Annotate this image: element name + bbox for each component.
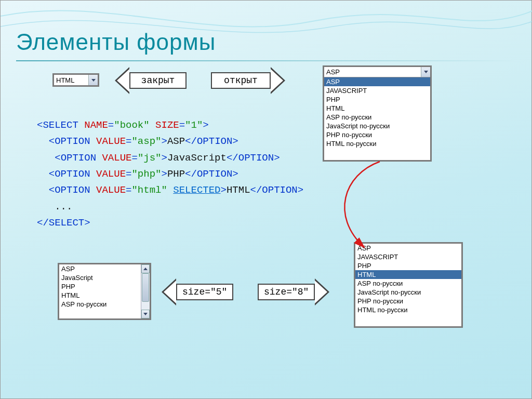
- list-item[interactable]: PHP: [355, 261, 461, 270]
- list-item[interactable]: HTML: [324, 104, 430, 113]
- arrow-left-icon: [115, 67, 129, 94]
- listbox-size5[interactable]: ASP JavaScript PHP HTML ASP по-русски: [58, 263, 151, 320]
- list-item[interactable]: JAVASCRIPT: [355, 252, 461, 261]
- chevron-down-icon[interactable]: [421, 67, 430, 77]
- scrollbar-thumb[interactable]: [142, 273, 149, 302]
- list-item[interactable]: ASP: [59, 264, 141, 273]
- code-block: <select name="book" size="1"> <option va…: [37, 117, 303, 231]
- arrow-closed-label: закрыт: [129, 72, 187, 89]
- list-item[interactable]: ASP по-русски: [324, 113, 430, 122]
- arrow-left-icon: [162, 278, 176, 305]
- list-item[interactable]: JavaScript: [59, 273, 141, 282]
- list-item[interactable]: PHP: [324, 95, 430, 104]
- slide: Элементы формы HTML закрыт открыт ASP: [0, 0, 532, 399]
- listbox-size8[interactable]: ASP JAVASCRIPT PHP HTML ASP по-русски Ja…: [354, 242, 463, 328]
- list-item[interactable]: JavaScript по-русски: [324, 122, 430, 130]
- list-item[interactable]: PHP по-русски: [324, 130, 430, 139]
- chevron-down-icon[interactable]: [88, 75, 98, 85]
- list-item[interactable]: JAVASCRIPT: [324, 86, 430, 95]
- list-item[interactable]: HTML: [355, 270, 461, 279]
- listbox-size5-options: ASP JavaScript PHP HTML ASP по-русски: [59, 264, 141, 318]
- arrow-open-label: открыт: [211, 72, 271, 89]
- scrollbar[interactable]: [141, 264, 150, 318]
- listbox-open-header: ASP: [324, 67, 421, 77]
- dropdown-closed[interactable]: HTML: [52, 73, 99, 87]
- red-arrow-annotation: [323, 159, 468, 252]
- list-item[interactable]: HTML по-русски: [355, 305, 461, 314]
- arrow-right-icon: [315, 278, 329, 305]
- list-item[interactable]: ASP по-русски: [59, 300, 141, 309]
- scroll-down-icon[interactable]: [141, 310, 150, 318]
- dropdown-closed-value: HTML: [54, 76, 88, 84]
- arrow-closed: закрыт: [115, 67, 187, 94]
- list-item[interactable]: PHP: [59, 282, 141, 291]
- arrow-size8-label: size="8": [258, 284, 315, 300]
- arrow-size5-label: size="5": [176, 284, 233, 300]
- list-item[interactable]: HTML по-русски: [324, 139, 430, 148]
- title-underline: [16, 60, 516, 61]
- listbox-open-options: ASP JAVASCRIPT PHP HTML ASP по-русски Ja…: [324, 77, 430, 160]
- content-area: HTML закрыт открыт ASP ASP JAVASCRIPT PH…: [32, 68, 500, 378]
- page-title: Элементы формы: [16, 29, 216, 55]
- arrow-size5: size="5": [162, 278, 233, 305]
- listbox-size8-options: ASP JAVASCRIPT PHP HTML ASP по-русски Ja…: [355, 244, 461, 326]
- list-item[interactable]: ASP: [355, 244, 461, 252]
- list-item[interactable]: ASP: [324, 77, 430, 86]
- listbox-open[interactable]: ASP ASP JAVASCRIPT PHP HTML ASP по-русск…: [323, 65, 432, 162]
- list-item[interactable]: PHP по-русски: [355, 297, 461, 305]
- arrow-size8: size="8": [258, 278, 329, 305]
- arrow-right-icon: [271, 67, 285, 94]
- list-item[interactable]: JavaScript по-русски: [355, 288, 461, 297]
- list-item[interactable]: HTML: [59, 291, 141, 300]
- arrow-open: открыт: [211, 67, 285, 94]
- list-item[interactable]: ASP по-русски: [355, 279, 461, 288]
- scroll-up-icon[interactable]: [141, 264, 150, 273]
